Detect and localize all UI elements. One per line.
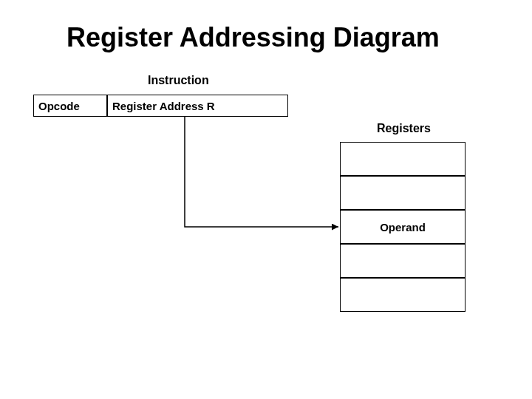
address-to-operand-arrow <box>0 0 532 399</box>
diagram-stage: Register Addressing Diagram Instruction … <box>0 0 532 399</box>
